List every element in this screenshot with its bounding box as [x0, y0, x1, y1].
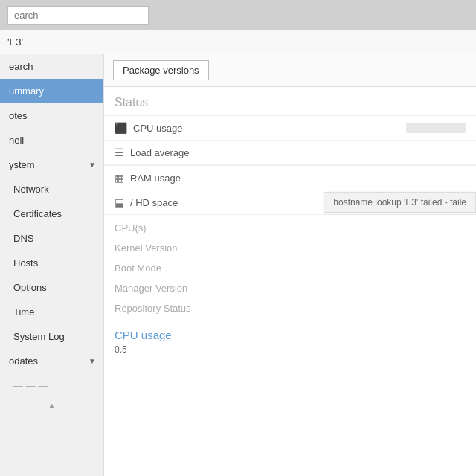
sidebar-item-search[interactable]: earch [0, 54, 103, 79]
sidebar-item-label: hell [9, 135, 24, 146]
sidebar-item-options[interactable]: Options [0, 275, 103, 300]
status-title: Status [104, 87, 476, 115]
status-ram-usage: ▦ RAM usage [104, 166, 476, 190]
breadcrumb-text: 'E3' [7, 36, 23, 48]
sidebar-item-hosts[interactable]: Hosts [0, 251, 103, 275]
hd-icon: ⬓ [115, 196, 124, 208]
package-versions-button[interactable]: Package versions [113, 60, 209, 80]
sidebar: earch ummary otes hell ystem ▼ Network C… [0, 54, 104, 476]
sidebar-item-label: ummary [9, 86, 44, 97]
sidebar-item-time[interactable]: Time [0, 300, 103, 324]
sidebar-item-shell[interactable]: hell [0, 128, 103, 152]
sidebar-item-label: odates [9, 356, 38, 367]
sidebar-item-label: Hosts [13, 257, 38, 268]
sidebar-item-notes[interactable]: otes [0, 103, 103, 128]
status-load-average: ☰ Load average [104, 141, 476, 165]
sidebar-item-label: Time [13, 306, 34, 318]
sidebar-item-updates[interactable]: odates ▼ [0, 349, 103, 373]
sidebar-item-updates-sub[interactable]: — — — [0, 373, 103, 398]
chevron-down-icon: ▼ [89, 161, 96, 169]
info-list: CPU(s) Kernel Version Boot Mode Manager … [104, 215, 476, 321]
status-section: Status ⬛ CPU usage ☰ Load average ▦ RAM … [104, 87, 476, 215]
content-panel: Package versions Status ⬛ CPU usage ☰ Lo… [104, 54, 476, 476]
info-cpus: CPU(s) [104, 218, 476, 238]
sidebar-item-label: System Log [13, 331, 65, 342]
cpu-value-placeholder [406, 123, 466, 133]
status-cpu-label: CPU usage [133, 123, 182, 134]
status-hd-space: ⬓ / HD space hostname lookup 'E3' failed… [104, 190, 476, 215]
cpu-usage-heading: CPU usage [115, 329, 466, 341]
info-manager: Manager Version [104, 278, 476, 298]
sidebar-item-system[interactable]: ystem ▼ [0, 152, 103, 177]
sidebar-item-certificates[interactable]: Certificates [0, 202, 103, 226]
sidebar-item-systemlog[interactable]: System Log [0, 324, 103, 349]
search-input[interactable] [7, 6, 149, 25]
top-bar [0, 0, 476, 30]
main-area: earch ummary otes hell ystem ▼ Network C… [0, 54, 476, 476]
status-cpu-usage: ⬛ CPU usage [104, 116, 476, 141]
sidebar-collapse-arrow[interactable]: ▲ [0, 398, 103, 413]
cpu-usage-section: CPU usage 0.5 [104, 321, 476, 358]
sidebar-item-label: earch [9, 61, 33, 72]
sidebar-item-label: Network [13, 184, 49, 195]
sidebar-item-label: — — — [13, 380, 48, 391]
status-load-label: Load average [130, 147, 190, 158]
sidebar-item-label: Options [13, 282, 47, 293]
content-toolbar: Package versions [104, 54, 476, 87]
sidebar-item-label: DNS [13, 233, 33, 244]
status-ram-label: RAM usage [130, 173, 181, 184]
info-bootmode: Boot Mode [104, 258, 476, 278]
info-kernel: Kernel Version [104, 238, 476, 258]
breadcrumb: 'E3' [0, 30, 476, 54]
sidebar-item-dns[interactable]: DNS [0, 226, 103, 251]
chevron-down-icon: ▼ [89, 357, 96, 365]
cpu-icon: ⬛ [115, 122, 127, 134]
info-repo: Repository Status [104, 298, 476, 318]
sidebar-item-network[interactable]: Network [0, 177, 103, 202]
sidebar-item-summary[interactable]: ummary [0, 79, 103, 103]
load-icon: ☰ [115, 147, 124, 158]
sidebar-item-label: Certificates [13, 208, 62, 219]
ram-icon: ▦ [115, 172, 124, 184]
status-hd-label: / HD space [130, 197, 178, 208]
sidebar-item-label: otes [9, 110, 28, 121]
error-tooltip: hostname lookup 'E3' failed - faile [324, 192, 476, 213]
sidebar-item-label: ystem [9, 159, 35, 170]
cpu-usage-value: 0.5 [115, 344, 466, 355]
